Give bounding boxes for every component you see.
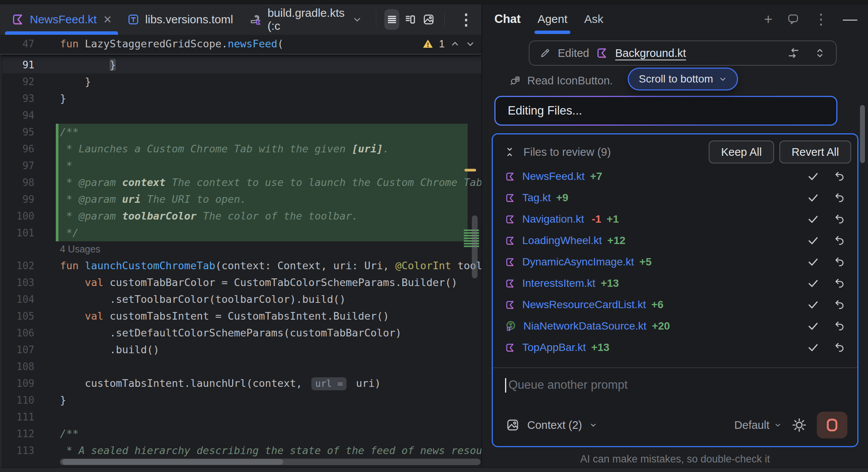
keep-all-button[interactable]: Keep All (709, 141, 774, 163)
attach-image-icon[interactable] (506, 418, 520, 432)
file-review-row: NewsResourceCardList.kt+6 (493, 294, 857, 315)
diff-icon[interactable] (787, 47, 800, 60)
code-line[interactable]: 104 .setToolbarColor(toolbarColor).build… (0, 291, 481, 308)
panel-title: Chat (494, 12, 521, 26)
hide-panel-icon[interactable]: — (843, 12, 857, 26)
tab-agent[interactable]: Agent (538, 4, 567, 34)
revert-all-button[interactable]: Revert All (779, 141, 851, 163)
code-line[interactable]: 106 .setDefaultColorSchemeParams(customT… (0, 325, 481, 341)
history-icon[interactable] (787, 13, 799, 25)
revert-file-icon[interactable] (834, 170, 846, 183)
inspection-widget[interactable]: 1 (422, 35, 475, 53)
keep-file-icon[interactable] (807, 277, 819, 289)
code-line[interactable]: 109 customTabsIntent.launchUrl(context, … (0, 375, 481, 392)
keep-file-icon[interactable] (807, 320, 819, 332)
scroll-to-bottom-label: Scroll to bottom (639, 73, 713, 85)
revert-file-icon[interactable] (834, 234, 846, 247)
revert-file-icon[interactable] (834, 256, 846, 268)
code-line[interactable]: 111 (0, 409, 481, 425)
revert-file-icon[interactable] (834, 192, 846, 204)
model-selector[interactable]: Default (734, 419, 782, 432)
code-line[interactable]: 112/** (0, 425, 481, 442)
tab-build-gradle[interactable]: build.gradle.kts (:c (241, 4, 370, 35)
code-line[interactable]: 108 (0, 358, 481, 375)
keep-file-icon[interactable] (807, 170, 819, 183)
keep-file-icon[interactable] (807, 256, 819, 268)
edited-file-link[interactable]: Background.kt (615, 47, 686, 60)
code-line[interactable]: 107 .build() (0, 341, 481, 358)
collapse-icon[interactable] (504, 147, 515, 157)
warning-stripe-mark[interactable] (465, 169, 476, 171)
new-chat-icon[interactable]: + (764, 12, 772, 26)
added-lines-count: +1 (607, 213, 619, 225)
tab-ask[interactable]: Ask (584, 4, 603, 34)
tab-libs-versions[interactable]: libs.versions.toml (119, 4, 241, 35)
sticky-line[interactable]: 47fun LazyStaggeredGridScope.newsFeed( 1 (0, 35, 481, 55)
file-link[interactable]: DynamicAsyncImage.kt (522, 256, 634, 268)
edited-file-card[interactable]: Edited Background.kt (529, 40, 837, 66)
more-options-icon[interactable]: ⋮ (814, 12, 828, 26)
code-line[interactable]: 100 * @param toolbarColor The color of t… (0, 208, 481, 225)
revert-file-icon[interactable] (834, 277, 846, 289)
code-line[interactable]: 93} (0, 90, 481, 107)
expand-icon[interactable] (814, 47, 826, 59)
code-line[interactable]: 99 * @param uri The URI to open. (0, 191, 481, 208)
keep-file-icon[interactable] (807, 192, 819, 204)
code-line[interactable]: 98 * @param context The context to use t… (0, 174, 481, 191)
code-line[interactable]: 113 * A sealed hierarchy describing the … (0, 442, 481, 459)
file-link[interactable]: Navigation.kt (522, 213, 584, 225)
view-split-button[interactable] (403, 9, 418, 30)
keep-file-icon[interactable] (807, 234, 819, 247)
next-problem-icon[interactable] (465, 39, 475, 49)
line-number: 112 (0, 425, 34, 442)
editor-horizontal-scrollbar[interactable] (60, 459, 481, 465)
usages-hint[interactable]: 4 Usages (0, 241, 481, 257)
view-design-button[interactable] (421, 9, 436, 30)
file-link[interactable]: Tag.kt (522, 192, 551, 204)
code-line[interactable]: 97 * (0, 157, 481, 174)
stop-button[interactable] (817, 412, 847, 438)
file-link[interactable]: LoadingWheel.kt (522, 234, 602, 247)
file-link[interactable]: NewsResourceCardList.kt (522, 299, 646, 311)
revert-file-icon[interactable] (834, 213, 846, 225)
code-line[interactable]: 47fun LazyStaggeredGridScope.newsFeed( (0, 35, 481, 53)
files-title: Files to review (9) (523, 146, 611, 158)
file-link[interactable]: NewsFeed.kt (522, 170, 585, 183)
keep-file-icon[interactable] (807, 299, 819, 311)
chat-scrollbar[interactable] (860, 105, 865, 163)
tab-newsfeed[interactable]: NewsFeed.kt × (4, 4, 119, 35)
code-line[interactable]: 95/** (0, 124, 481, 141)
prev-problem-icon[interactable] (450, 39, 460, 49)
keep-file-icon[interactable] (807, 213, 819, 225)
scrollbar-thumb[interactable] (62, 459, 283, 465)
close-tab-icon[interactable]: × (104, 13, 112, 26)
chevron-down-icon[interactable] (352, 15, 362, 24)
file-link[interactable]: NiaNetworkDataSource.kt (523, 320, 646, 332)
line-number: 108 (0, 358, 34, 375)
code-line[interactable]: 96 * Launches a Custom Chrome Tab with t… (0, 141, 481, 157)
keep-file-icon[interactable] (807, 341, 819, 354)
code-line[interactable]: 94 (0, 107, 481, 124)
file-link[interactable]: TopAppBar.kt (522, 341, 586, 354)
scroll-to-bottom-button[interactable]: Scroll to bottom (628, 68, 738, 91)
editor-vertical-scrollbar[interactable] (472, 215, 478, 278)
code-line[interactable]: 110} (0, 392, 481, 409)
editor-more-icon[interactable]: ⋮ (451, 11, 481, 28)
code-line[interactable]: 92 } (0, 73, 481, 90)
line-number: 47 (0, 35, 34, 53)
context-selector[interactable]: Context (2) (527, 419, 582, 432)
code-line[interactable]: 91 } (0, 57, 481, 73)
code-line[interactable]: 103 val customTabBarColor = CustomTabCol… (0, 274, 481, 291)
code-lines[interactable]: 91 }92 }93}9495/**96 * Launches a Custom… (0, 57, 481, 459)
revert-file-icon[interactable] (834, 341, 846, 354)
prompt-input[interactable]: Queue another prompt (493, 368, 857, 412)
code-line[interactable]: 105 val customTabsIntent = CustomTabsInt… (0, 308, 481, 325)
file-link[interactable]: InterestsItem.kt (522, 277, 595, 289)
gear-icon[interactable] (792, 417, 807, 433)
code-editor[interactable]: 47fun LazyStaggeredGridScope.newsFeed( 1… (0, 35, 481, 467)
revert-file-icon[interactable] (834, 299, 846, 311)
revert-file-icon[interactable] (834, 320, 846, 332)
code-line[interactable]: 102fun launchCustomChromeTab(context: Co… (0, 257, 481, 274)
code-line[interactable]: 101 */ (0, 225, 481, 241)
view-code-button[interactable] (384, 9, 399, 30)
